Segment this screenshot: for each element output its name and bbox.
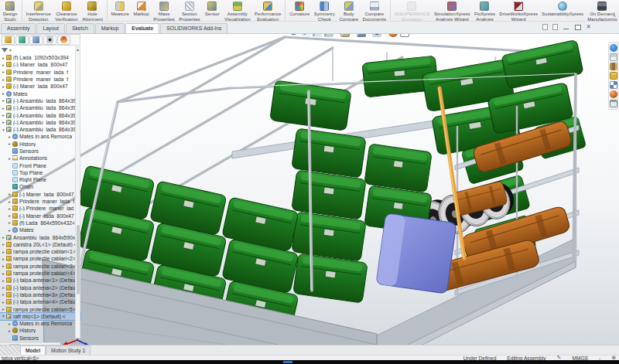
tree-item[interactable]: ▸(-) Maner_lada_800x47 bbox=[0, 61, 80, 68]
expander-icon[interactable]: ▸ bbox=[1, 70, 6, 74]
section-view-icon[interactable] bbox=[324, 34, 333, 37]
tree-item[interactable]: ▸Annotations bbox=[0, 155, 80, 162]
expander-icon[interactable]: ▸ bbox=[1, 63, 6, 67]
expander-icon[interactable]: ▸ bbox=[1, 264, 6, 268]
zoom-area-icon[interactable] bbox=[301, 34, 310, 37]
tree-item[interactable]: ▸canistra 20L<1> (Default) < bbox=[0, 241, 80, 248]
markup-button[interactable]: Markup bbox=[132, 0, 152, 22]
appearances-icon[interactable] bbox=[388, 34, 398, 37]
tree-item[interactable]: ▸Mates bbox=[0, 226, 80, 233]
collapse-ribbon-chevron[interactable]: ^ bbox=[614, 14, 616, 19]
tab-assembly[interactable]: Assembly bbox=[1, 23, 36, 33]
compare-documents-button[interactable]: Compare Documents bbox=[361, 0, 388, 22]
clearance-verification-button[interactable]: Clearance Verification bbox=[53, 0, 80, 22]
expander-icon[interactable]: ▸ bbox=[1, 250, 6, 254]
expander-icon[interactable]: ▸ bbox=[7, 156, 12, 161]
expander-icon[interactable]: ▸ bbox=[1, 307, 6, 311]
expander-icon[interactable]: ▸ bbox=[1, 242, 6, 247]
tree-item[interactable]: ▸(-) Prindere_maner_lad bbox=[0, 205, 80, 212]
expander-icon[interactable]: ▸ bbox=[1, 278, 6, 283]
assembly-3d-scene[interactable] bbox=[0, 34, 619, 345]
zoom-fit-icon[interactable] bbox=[289, 34, 299, 37]
tree-item[interactable]: Sensors bbox=[0, 148, 80, 155]
tab-sketch[interactable]: Sketch bbox=[66, 23, 94, 33]
symmetry-check-button[interactable]: Symmetry Check bbox=[312, 0, 337, 22]
tree-item[interactable]: ▸Mates bbox=[0, 90, 80, 97]
new-window-icon[interactable] bbox=[542, 24, 548, 30]
curvature-button[interactable]: Curvature bbox=[287, 0, 312, 22]
tree-item[interactable]: ▸(-) Maner_lada_800x47 bbox=[0, 83, 80, 90]
expander-icon[interactable]: ▸ bbox=[1, 300, 6, 304]
performance-evaluation-button[interactable]: Performance Evaluation bbox=[252, 0, 283, 22]
tree-item[interactable]: ▸Ansamblu_lada_864x590x4 bbox=[0, 233, 80, 240]
tree-item[interactable]: ▸(-) Maner_lada_800x47 bbox=[0, 213, 80, 219]
tree-item[interactable]: ▸(-) talpa antena<1> (Defau bbox=[0, 277, 80, 284]
custom-properties-tab-icon[interactable] bbox=[610, 100, 617, 107]
expander-icon[interactable]: ▸ bbox=[1, 77, 6, 82]
tree-item[interactable]: ▸rampa protectie cablari<4> bbox=[0, 270, 80, 277]
hole-alignment-button[interactable]: Hole Alignment bbox=[80, 0, 104, 22]
expander-icon[interactable]: ▸ bbox=[7, 141, 12, 146]
driveworksxpress-button[interactable]: DriveWorksXpress Wizard bbox=[498, 0, 540, 22]
expander-icon[interactable]: ▸ bbox=[7, 192, 12, 196]
tab-model[interactable]: Model bbox=[20, 345, 46, 355]
tree-item[interactable]: ▸Prindere_maner_lada_f bbox=[0, 198, 80, 205]
close-icon[interactable]: ✕ bbox=[586, 24, 591, 30]
filter-icon[interactable] bbox=[2, 48, 8, 53]
tree-item[interactable]: ▸rampa protectie cablari<3> bbox=[0, 263, 80, 270]
tree-item[interactable]: ▸rampa protectie cablari<1> bbox=[0, 248, 80, 255]
tree-item[interactable]: ▸rampa protectie cablari<2> bbox=[0, 255, 80, 262]
expander-icon[interactable]: ▸ bbox=[7, 206, 12, 211]
expander-icon[interactable]: ▸ bbox=[1, 56, 6, 60]
simulationxpress-button[interactable]: SimulationXpress Analysis Wizard bbox=[432, 0, 472, 22]
expander-icon[interactable]: ▸ bbox=[1, 120, 6, 124]
tree-item[interactable]: ▸(-) talpa antena<4> (Defau bbox=[0, 298, 80, 305]
design-library-tab-icon[interactable] bbox=[610, 63, 617, 70]
expander-icon[interactable]: ▸ bbox=[1, 84, 6, 89]
mass-properties-button[interactable]: Mass Properties bbox=[152, 0, 177, 22]
tree-item[interactable]: ▸Mates in ans Remorca bbox=[0, 320, 80, 327]
file-explorer-tab-icon[interactable] bbox=[610, 72, 617, 80]
expander-icon[interactable]: ▸ bbox=[1, 257, 6, 261]
expander-icon[interactable]: ▸ bbox=[1, 271, 6, 276]
tree-item[interactable]: ▾(-) Ansamblu_lada_864x39K bbox=[0, 126, 80, 133]
3dexperience-tab-icon[interactable] bbox=[610, 44, 617, 52]
assembly-visualization-button[interactable]: Assembly Visualization bbox=[222, 0, 252, 22]
propertymanager-tab[interactable] bbox=[15, 36, 29, 45]
hide-show-icon[interactable] bbox=[372, 34, 381, 37]
sustainabilityxpress-button[interactable]: SustainabilityXpress bbox=[540, 0, 586, 22]
tree-item[interactable]: ▸(-) talpa antena<2> (Defau bbox=[0, 284, 80, 291]
filter-caret-icon[interactable]: ▾ bbox=[9, 48, 12, 53]
display-style-caret-icon[interactable]: ▾ bbox=[368, 34, 371, 35]
view-orientation-caret-icon[interactable]: ▾ bbox=[352, 34, 354, 35]
expander-icon[interactable]: ▸ bbox=[1, 98, 6, 103]
expander-icon[interactable]: ▸ bbox=[7, 199, 12, 204]
expander-icon[interactable]: ▾ bbox=[1, 128, 6, 132]
tree-item[interactable]: Right Plane bbox=[0, 176, 80, 183]
tree-item[interactable]: ▸(f) Lada_864x590x432< bbox=[0, 219, 80, 226]
expander-icon[interactable]: ▸ bbox=[7, 321, 12, 326]
tree-item[interactable]: Top Plane bbox=[0, 169, 80, 176]
home-tab-icon[interactable] bbox=[610, 53, 617, 61]
splitter-handle[interactable] bbox=[0, 345, 20, 355]
tab-markup[interactable]: Markup bbox=[95, 23, 125, 33]
scroll-up-icon[interactable]: ▲ bbox=[76, 47, 80, 53]
tree-item[interactable]: ▸Mates in ans Remorca bbox=[0, 133, 80, 140]
tab-motion-study-1[interactable]: Motion Study 1 bbox=[46, 345, 91, 355]
design-study-button[interactable]: Design Study▾ bbox=[0, 0, 20, 22]
expander-icon[interactable]: ▸ bbox=[1, 292, 6, 297]
restore-icon[interactable] bbox=[574, 24, 581, 30]
expander-icon[interactable]: ▸ bbox=[7, 134, 12, 139]
featuremanager-tab[interactable] bbox=[2, 36, 15, 45]
tree-item[interactable]: ▸(f) Lada_1092x503x394 bbox=[0, 54, 80, 61]
display-style-icon[interactable] bbox=[357, 34, 366, 37]
expander-icon[interactable]: ▸ bbox=[7, 228, 12, 233]
view-settings-icon[interactable] bbox=[400, 34, 409, 37]
expander-icon[interactable]: ▸ bbox=[1, 285, 6, 290]
view-settings-caret-icon[interactable]: ▾ bbox=[412, 34, 414, 35]
tree-item[interactable]: ▸(-) talpa antena<3> (Defau bbox=[0, 291, 80, 298]
expander-icon[interactable]: ▾ bbox=[1, 314, 6, 318]
expander-icon[interactable]: ▸ bbox=[7, 328, 12, 333]
expander-icon[interactable]: ▸ bbox=[1, 91, 6, 96]
tree-item[interactable]: ▸(-) Ansamblu_lada_864x39K bbox=[0, 111, 80, 118]
